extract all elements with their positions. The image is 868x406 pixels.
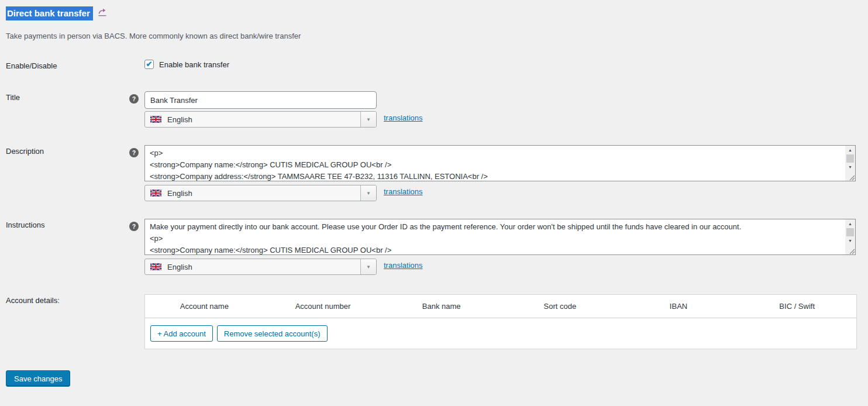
accounts-table-footer: + Add account Remove selected account(s) <box>145 318 856 349</box>
bacs-settings-page: Direct bank transfer Take payments in pe… <box>0 0 868 387</box>
row-instructions: Instructions ? Make your payment directl… <box>6 219 861 275</box>
scroll-up-icon[interactable]: ▲ <box>845 219 855 228</box>
title-language-select[interactable]: English ▼ <box>144 111 377 128</box>
title-label: Title <box>6 91 129 102</box>
title-input[interactable] <box>144 91 377 109</box>
scrollbar-thumb[interactable] <box>846 228 854 236</box>
description-textarea[interactable]: <p> <strong>Company name:</strong> CUTIS… <box>144 145 856 181</box>
enable-checkbox[interactable]: ✔ <box>144 60 154 69</box>
instructions-language-caret-button[interactable]: ▼ <box>360 259 376 274</box>
instructions-translations-link[interactable]: translations <box>384 261 422 270</box>
title-language-value: English <box>167 115 360 124</box>
instructions-language-value: English <box>167 263 360 271</box>
instructions-label: Instructions <box>6 219 129 229</box>
description-textarea-content: <p> <strong>Company name:</strong> CUTIS… <box>145 146 845 181</box>
enable-checkbox-label: Enable bank transfer <box>159 60 229 69</box>
accounts-table: Account name Account number Bank name So… <box>144 294 857 349</box>
row-enable: Enable/Disable ✔ Enable bank transfer <box>6 60 861 70</box>
help-icon[interactable]: ? <box>129 148 139 157</box>
description-translations-link[interactable]: translations <box>384 187 422 196</box>
column-account-number: Account number <box>264 302 383 311</box>
title-translations-link[interactable]: translations <box>384 113 422 122</box>
description-language-caret-button[interactable]: ▼ <box>360 185 376 201</box>
uk-flag-icon <box>150 190 161 197</box>
uk-flag-icon <box>150 116 161 123</box>
help-icon[interactable]: ? <box>129 222 139 231</box>
help-icon[interactable]: ? <box>129 94 139 104</box>
scroll-down-icon[interactable]: ▼ <box>845 236 855 245</box>
column-sort-code: Sort code <box>501 302 619 311</box>
page-title: Direct bank transfer <box>6 6 93 20</box>
row-account-details: Account details: Account name Account nu… <box>6 294 861 349</box>
column-account-name: Account name <box>145 302 264 311</box>
page-header: Direct bank transfer <box>6 5 861 20</box>
instructions-language-select[interactable]: English ▼ <box>144 259 377 275</box>
chevron-down-icon: ▼ <box>366 264 371 270</box>
scrollbar-thumb[interactable] <box>846 154 854 163</box>
description-language-select[interactable]: English ▼ <box>144 185 377 201</box>
page-subtitle: Take payments in person via BACS. More c… <box>6 32 861 40</box>
row-description: Description ? <p> <strong>Company name:<… <box>6 145 861 201</box>
resize-grip-icon[interactable] <box>845 246 855 254</box>
description-label: Description <box>6 145 129 156</box>
scroll-down-icon[interactable]: ▼ <box>845 163 855 171</box>
resize-grip-icon[interactable] <box>845 172 855 181</box>
add-account-button[interactable]: + Add account <box>150 325 213 342</box>
chevron-down-icon: ▼ <box>366 191 371 196</box>
uk-flag-icon <box>150 263 161 270</box>
textarea-scrollbar: ▲ ▼ <box>845 219 855 254</box>
enable-help-spacer <box>129 60 144 63</box>
scroll-up-icon[interactable]: ▲ <box>845 146 855 154</box>
column-iban: IBAN <box>619 302 738 311</box>
checkmark-icon: ✔ <box>146 60 153 68</box>
accounts-table-header: Account name Account number Bank name So… <box>145 295 856 318</box>
page-title-heading: Direct bank transfer <box>6 6 93 19</box>
save-changes-button[interactable]: Save changes <box>6 370 70 387</box>
instructions-textarea-content: Make your payment directly into our bank… <box>145 219 845 254</box>
account-details-label: Account details: <box>6 294 129 305</box>
back-icon[interactable] <box>98 8 107 19</box>
enable-label: Enable/Disable <box>6 60 129 70</box>
title-language-caret-button[interactable]: ▼ <box>360 112 376 127</box>
description-language-value: English <box>167 189 360 198</box>
row-title: Title ? English <box>6 91 861 128</box>
instructions-textarea[interactable]: Make your payment directly into our bank… <box>144 219 856 255</box>
textarea-scrollbar: ▲ ▼ <box>845 146 855 181</box>
chevron-down-icon: ▼ <box>366 117 371 122</box>
column-bic-swift: BIC / Swift <box>738 302 856 311</box>
column-bank-name: Bank name <box>382 302 501 311</box>
enable-checkbox-row: ✔ Enable bank transfer <box>144 60 861 69</box>
remove-accounts-button[interactable]: Remove selected account(s) <box>217 325 328 342</box>
